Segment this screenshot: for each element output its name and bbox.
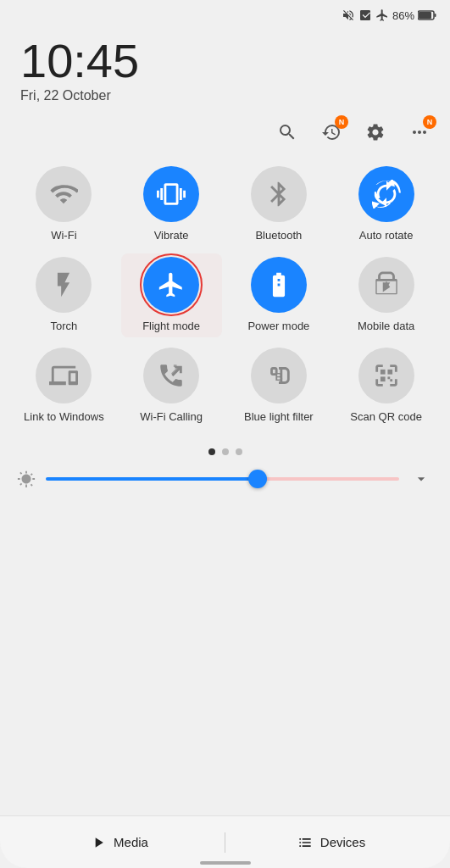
torch-label: Torch: [50, 320, 77, 334]
bluelightfilter-label: Blue light filter: [244, 410, 314, 425]
wificalling-tile-icon: [143, 348, 199, 403]
clock-time: 10:45: [20, 37, 430, 85]
battery-percentage: 86%: [392, 9, 414, 22]
svg-rect-6: [381, 376, 386, 381]
svg-rect-2: [435, 14, 436, 17]
mobiledata-label: Mobile data: [358, 320, 414, 334]
vibrate-tile-icon: [143, 166, 199, 222]
vibrate-label: Vibrate: [154, 229, 189, 243]
torch-tile-icon: [36, 257, 92, 313]
status-icons: 86%: [342, 8, 436, 22]
powermode-tile-icon: [251, 257, 307, 313]
wifi-label: Wi-Fi: [51, 229, 76, 243]
slider-track: [46, 477, 399, 481]
bluelightfilter-tile-icon: B: [251, 348, 307, 403]
scanqr-label: Scan QR code: [350, 410, 422, 425]
tile-powermode[interactable]: Power mode: [229, 253, 330, 337]
time-section: 10:45 Fri, 22 October: [0, 22, 450, 112]
autorotate-label: Auto rotate: [359, 229, 414, 243]
clock-date: Fri, 22 October: [20, 88, 430, 103]
svg-rect-5: [387, 370, 392, 375]
svg-text:B: B: [275, 370, 282, 382]
mute-icon: [342, 8, 355, 22]
tile-autorotate[interactable]: Auto rotate: [336, 163, 436, 247]
media-button[interactable]: Media: [14, 834, 225, 851]
tile-mobiledata[interactable]: Mobile data: [336, 253, 436, 337]
notification-history-button[interactable]: N: [318, 119, 345, 146]
notification-icon: [358, 8, 372, 22]
tile-vibrate[interactable]: Vibrate: [121, 163, 222, 247]
flightmode-tile-icon: [143, 257, 199, 313]
tile-linktowindows[interactable]: Link to Windows: [14, 344, 114, 428]
svg-rect-7: [387, 376, 390, 379]
brightness-expand-button[interactable]: [409, 467, 433, 491]
pagination-dots: [0, 448, 450, 455]
airplane-status-icon: [375, 8, 389, 22]
wificalling-label: Wi-Fi Calling: [140, 410, 203, 425]
bottom-bar: Media Devices: [0, 815, 450, 868]
linktowindows-tile-icon: [36, 348, 92, 403]
tile-flightmode[interactable]: Flight mode: [121, 253, 222, 337]
devices-button[interactable]: Devices: [225, 834, 436, 851]
dot-3[interactable]: [236, 448, 242, 455]
media-label: Media: [114, 835, 148, 849]
battery-icon: [418, 10, 436, 20]
brightness-row: [0, 464, 450, 494]
slider-thumb[interactable]: [248, 470, 267, 488]
status-bar: 86%: [0, 0, 450, 22]
notification-badge-1: N: [335, 115, 348, 129]
flightmode-label: Flight mode: [142, 320, 200, 334]
powermode-label: Power mode: [247, 320, 309, 334]
toolbar: N N: [0, 112, 450, 154]
tile-bluelightfilter[interactable]: B Blue light filter: [229, 344, 330, 428]
tile-torch[interactable]: Torch: [14, 253, 114, 337]
tile-scanqr[interactable]: Scan QR code: [336, 344, 436, 428]
mobiledata-tile-icon: [358, 257, 414, 313]
more-button[interactable]: N: [406, 119, 433, 146]
linktowindows-label: Link to Windows: [24, 410, 104, 425]
dot-2[interactable]: [222, 448, 229, 455]
tile-bluetooth[interactable]: Bluetooth: [229, 163, 330, 247]
svg-rect-8: [390, 379, 392, 381]
brightness-slider[interactable]: [46, 470, 399, 487]
quick-tiles-grid: Wi-Fi Vibrate Bluetooth Auto rotate: [0, 154, 450, 437]
notification-badge-2: N: [423, 115, 436, 129]
scanqr-tile-icon: [358, 348, 414, 403]
svg-rect-4: [381, 370, 386, 375]
autorotate-tile-icon: [358, 166, 414, 222]
brightness-icon: [17, 470, 36, 488]
home-indicator: [200, 861, 251, 865]
devices-label: Devices: [320, 835, 365, 849]
tile-wificalling[interactable]: Wi-Fi Calling: [121, 344, 222, 428]
tile-wifi[interactable]: Wi-Fi: [14, 163, 114, 247]
svg-rect-1: [419, 12, 431, 19]
dot-1[interactable]: [208, 448, 215, 455]
bluetooth-label: Bluetooth: [255, 229, 302, 243]
bluetooth-tile-icon: [251, 166, 307, 222]
settings-button[interactable]: [362, 119, 389, 146]
search-button[interactable]: [274, 119, 301, 146]
wifi-tile-icon: [36, 166, 92, 222]
